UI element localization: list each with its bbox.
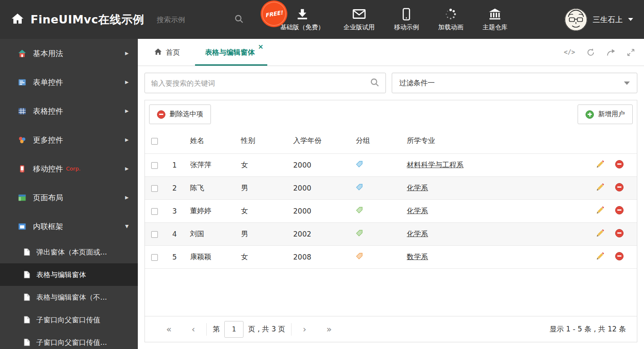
filter-row: 过滤条件一 [145, 73, 637, 93]
delete-row-button[interactable] [615, 183, 624, 191]
delete-row-button[interactable] [615, 160, 624, 168]
row-checkbox[interactable] [151, 185, 158, 192]
edit-row-button[interactable] [596, 206, 604, 214]
edit-row-button[interactable] [596, 160, 604, 168]
row-checkbox[interactable] [151, 231, 158, 238]
page-number-input[interactable] [224, 321, 243, 338]
row-number: 5 [164, 245, 185, 268]
select-all-checkbox[interactable] [151, 138, 158, 145]
sidebar-item-form-controls[interactable]: 表单控件 ▶ [0, 68, 138, 97]
nav-basic-free[interactable]: FREE! 基础版（免费） [280, 8, 324, 31]
row-checkbox[interactable] [151, 208, 158, 215]
cell-gender: 男 [236, 176, 288, 199]
cell-gender: 男 [236, 222, 288, 245]
sidebar-item-inline-frame[interactable]: 内联框架 ▼ [0, 212, 138, 241]
nav-theme-store[interactable]: 主题仓库 [482, 8, 507, 31]
app-title: FineUIMvc在线示例 [30, 12, 144, 27]
column-header-name: 姓名 [185, 128, 236, 153]
column-header-year: 入学年份 [288, 128, 351, 153]
nav-enterprise-trial[interactable]: 企业版试用 [343, 8, 375, 31]
chevron-right-icon: ▶ [125, 195, 129, 200]
column-header-gender: 性别 [236, 128, 288, 153]
nav-loading-animation[interactable]: 加载动画 [438, 8, 463, 31]
sidebar-subitem-child-to-parent-2[interactable]: 子窗口向父窗口传值... [0, 331, 138, 349]
sidebar-item-more-controls[interactable]: 更多控件 ▶ [0, 125, 138, 154]
nav-label: 主题仓库 [482, 23, 507, 31]
search-icon[interactable] [234, 14, 243, 25]
brand[interactable]: FineUIMvc在线示例 [0, 12, 144, 27]
user-menu[interactable]: 三生石上 [565, 8, 644, 31]
table-row: 1 张萍萍 女 2000 材料科学与工程系 [145, 153, 637, 176]
file-icon [24, 316, 30, 324]
file-icon [24, 271, 30, 278]
tag-icon [356, 206, 363, 214]
users-table: 姓名 性别 入学年份 分组 所学专业 [145, 128, 637, 269]
prev-page-icon[interactable]: ‹ [186, 324, 200, 334]
first-page-icon[interactable]: « [161, 324, 177, 334]
major-link[interactable]: 材料科学与工程系 [407, 160, 464, 169]
page-total-label: 页 , 共 3 页 [248, 324, 285, 334]
filter-dropdown[interactable]: 过滤条件一 [392, 73, 637, 93]
cell-gender: 女 [236, 199, 288, 222]
sidebar-item-basic-usage[interactable]: 基本用法 ▶ [0, 39, 138, 68]
delete-row-button[interactable] [615, 252, 624, 260]
delete-selected-button[interactable]: 删除选中项 [149, 104, 211, 124]
next-page-icon[interactable]: › [297, 324, 312, 334]
tab-grid-edit-window[interactable]: 表格与编辑窗体 × [195, 39, 267, 66]
pager-divider [291, 323, 292, 336]
shell: 基本用法 ▶ 表单控件 ▶ 表格控件 ▶ 更多 [0, 39, 644, 349]
maximize-icon[interactable] [627, 48, 635, 56]
edit-row-button[interactable] [596, 183, 604, 191]
sidebar-subitem-grid-edit-window[interactable]: 表格与编辑窗体 [0, 263, 138, 286]
file-icon [24, 293, 30, 301]
sidebar-item-label: 基本用法 [33, 48, 63, 59]
sidebar-item-mobile-controls[interactable]: 移动控件 Corp. ▶ [0, 154, 138, 183]
table-icon [18, 107, 26, 115]
edit-row-button[interactable] [596, 252, 604, 260]
tab-bar: 首页 表格与编辑窗体 × </> [138, 39, 644, 66]
row-number: 4 [164, 222, 185, 245]
add-user-button[interactable]: 新增用户 [578, 104, 633, 124]
layout-icon [18, 194, 26, 201]
row-checkbox[interactable] [151, 254, 158, 261]
last-page-icon[interactable]: » [321, 324, 337, 334]
edit-row-button[interactable] [596, 229, 604, 237]
tab-home[interactable]: 首页 [145, 39, 189, 66]
major-link[interactable]: 化学系 [407, 206, 428, 215]
cell-name: 康颖颖 [185, 245, 236, 268]
download-icon [296, 8, 309, 20]
table-row: 2 陈飞 男 2000 化学系 [145, 176, 637, 199]
main-area: 首页 表格与编辑窗体 × </> [138, 39, 644, 349]
sidebar-subitem-child-to-parent[interactable]: 子窗口向父窗口传值 [0, 308, 138, 331]
close-tab-icon[interactable]: × [258, 43, 264, 50]
major-link[interactable]: 化学系 [407, 229, 428, 238]
row-checkbox[interactable] [151, 162, 158, 169]
refresh-icon[interactable] [586, 48, 595, 57]
app-window: FineUIMvc在线示例 FREE! 基础版（免费） 企业版试用 [0, 0, 644, 349]
corp-badge: Corp. [66, 166, 81, 172]
nav-mobile-demo[interactable]: 移动示例 [394, 8, 419, 31]
delete-row-button[interactable] [615, 206, 624, 214]
chevron-right-icon: ▶ [125, 137, 129, 143]
source-code-icon[interactable]: </> [564, 48, 575, 56]
major-link[interactable]: 化学系 [407, 183, 428, 192]
minus-circle-icon [157, 110, 165, 119]
app-home-icon [11, 13, 24, 26]
search-icon[interactable] [370, 78, 379, 89]
header-search [157, 14, 243, 25]
sidebar-item-label: 移动控件 [33, 164, 63, 174]
keyword-search-input[interactable] [151, 79, 370, 87]
sidebar-subitem-popup-window[interactable]: 弹出窗体（本页面或... [0, 241, 138, 263]
sidebar-item-label: 表单控件 [33, 77, 63, 87]
sidebar-subitem-grid-edit-window-2[interactable]: 表格与编辑窗体（不... [0, 286, 138, 308]
sidebar-item-page-layout[interactable]: 页面布局 ▶ [0, 183, 138, 212]
delete-row-button[interactable] [615, 229, 624, 237]
frame-icon [18, 223, 26, 230]
content-area: 过滤条件一 删除选中项 新增用户 [138, 66, 644, 349]
open-in-new-icon[interactable] [606, 48, 616, 56]
major-link[interactable]: 数学系 [407, 252, 428, 261]
sidebar-item-label: 表格控件 [33, 106, 63, 116]
sidebar-item-grid-controls[interactable]: 表格控件 ▶ [0, 97, 138, 125]
header-search-input[interactable] [157, 15, 223, 24]
pagination-bar: « ‹ 第 页 , 共 3 页 › » 显示 1 - 5 条 , 共 12 条 [145, 316, 637, 342]
